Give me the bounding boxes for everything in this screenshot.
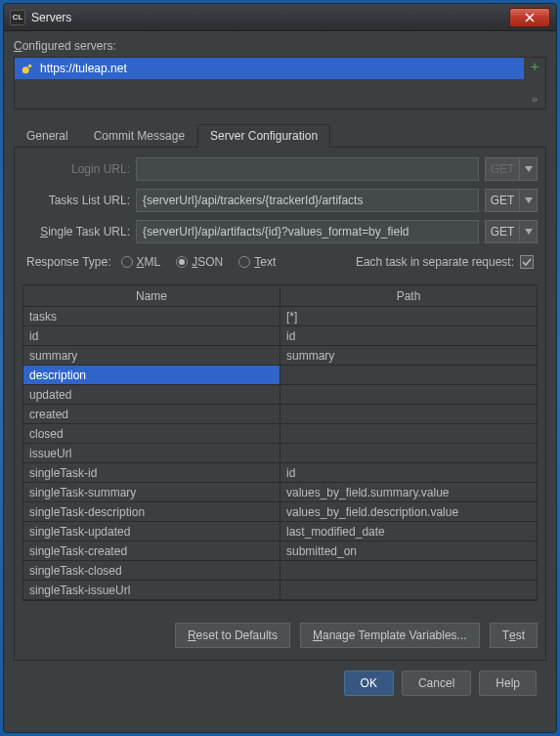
tasks-list-url-row: Tasks List URL: GET — [22, 189, 538, 212]
close-icon — [525, 13, 535, 22]
column-header-path[interactable]: Path — [280, 285, 537, 307]
cell-name: singleTask-closed — [23, 561, 280, 581]
cell-name: updated — [23, 385, 280, 405]
cell-path: submitted_on — [280, 541, 537, 561]
server-url-text: https://tuleap.net — [40, 62, 127, 75]
tab-server-configuration[interactable]: Server Configuration — [197, 124, 330, 148]
cell-path — [280, 424, 537, 444]
tasks-list-method-button[interactable]: GET — [485, 189, 520, 212]
response-type-xml[interactable]: XML — [121, 255, 161, 269]
cell-path: id — [280, 463, 537, 483]
login-url-input[interactable] — [136, 157, 479, 181]
mapping-table: Name Path tasks[*]ididsummarysummarydesc… — [22, 284, 538, 601]
cell-path — [280, 581, 537, 600]
cell-name: singleTask-id — [23, 463, 280, 483]
svg-point-0 — [22, 66, 29, 73]
single-task-method: GET — [485, 220, 538, 243]
login-url-method-dropdown[interactable] — [520, 157, 538, 181]
cell-name: closed — [23, 424, 280, 444]
cancel-button[interactable]: Cancel — [402, 671, 471, 696]
cell-name: singleTask-summary — [23, 483, 280, 502]
table-row[interactable]: singleTask-descriptionvalues_by_field.de… — [23, 502, 537, 522]
test-button[interactable]: Test — [490, 623, 538, 648]
tab-commit-message[interactable]: Commit Message — [81, 124, 197, 148]
more-actions-button[interactable]: » — [532, 93, 538, 105]
table-header: Name Path — [23, 285, 537, 307]
cell-path: values_by_field.description.value — [280, 502, 537, 522]
each-task-label: Each task in separate request: — [356, 255, 514, 269]
single-task-url-row: Single Task URL: GET — [22, 220, 538, 243]
reset-to-defaults-button[interactable]: Reset to Defaults — [175, 623, 290, 648]
tab-general[interactable]: General — [14, 124, 81, 148]
cell-path — [280, 444, 537, 463]
window-frame: CL Servers Configured servers: https://t… — [3, 3, 557, 733]
cell-name: created — [23, 405, 280, 424]
response-type-radio-group: XML JSON Text — [121, 255, 277, 269]
server-configuration-panel: Login URL: GET Tasks List URL: GET Singl… — [14, 148, 546, 661]
cell-path: summary — [280, 346, 537, 366]
single-task-method-button[interactable]: GET — [485, 220, 520, 243]
table-row[interactable]: singleTask-issueUrl — [23, 581, 537, 600]
ok-button[interactable]: OK — [344, 671, 394, 696]
column-header-name[interactable]: Name — [23, 285, 280, 307]
cell-path: values_by_field.summary.value — [280, 483, 537, 502]
cell-name: singleTask-updated — [23, 522, 280, 541]
table-row[interactable]: issueUrl — [23, 444, 537, 463]
server-list-item[interactable]: https://tuleap.net — [15, 58, 524, 79]
table-row[interactable]: tasks[*] — [23, 307, 537, 326]
table-row[interactable]: description — [23, 366, 537, 385]
panel-button-row: Reset to Defaults Manage Template Variab… — [22, 623, 538, 648]
cell-name: summary — [23, 346, 280, 366]
cell-path — [280, 385, 537, 405]
login-url-method-button[interactable]: GET — [485, 157, 520, 181]
response-type-text[interactable]: Text — [238, 255, 276, 269]
single-task-url-label: Single Task URL: — [22, 225, 130, 238]
help-button[interactable]: Help — [479, 671, 537, 696]
each-task-checkbox[interactable] — [520, 255, 534, 269]
tasks-list-method-dropdown[interactable] — [520, 189, 538, 212]
servers-list[interactable]: https://tuleap.net — [15, 58, 524, 108]
table-row[interactable]: created — [23, 405, 537, 424]
cell-path: [*] — [280, 307, 537, 326]
table-body: tasks[*]ididsummarysummarydescriptionupd… — [23, 307, 537, 600]
check-icon — [522, 257, 532, 267]
table-row[interactable]: idid — [23, 326, 537, 346]
cell-name: tasks — [23, 307, 280, 326]
single-task-url-input[interactable] — [136, 220, 479, 243]
response-type-json[interactable]: JSON — [176, 255, 223, 269]
tabs: General Commit Message Server Configurat… — [14, 123, 546, 148]
cell-path — [280, 561, 537, 581]
server-icon — [21, 62, 34, 75]
table-row[interactable]: closed — [23, 424, 537, 444]
cell-name: singleTask-description — [23, 502, 280, 522]
table-row[interactable]: summarysummary — [23, 346, 537, 366]
configured-servers-list: https://tuleap.net + » — [14, 57, 546, 109]
table-row[interactable]: singleTask-idid — [23, 463, 537, 483]
table-row[interactable]: singleTask-summaryvalues_by_field.summar… — [23, 483, 537, 502]
table-row[interactable]: singleTask-closed — [23, 561, 537, 581]
manage-template-variables-button[interactable]: Manage Template Variables... — [300, 623, 480, 648]
dialog-body: Configured servers: https://tuleap.net +… — [4, 31, 556, 732]
close-button[interactable] — [509, 8, 550, 27]
tasks-list-url-label: Tasks List URL: — [22, 194, 130, 207]
table-row[interactable]: singleTask-updatedlast_modified_date — [23, 522, 537, 541]
response-type-row: Response Type: XML JSON Text Each task i… — [22, 255, 538, 269]
login-url-method: GET — [485, 157, 538, 181]
titlebar: CL Servers — [4, 4, 556, 31]
tasks-list-url-input[interactable] — [136, 189, 479, 212]
svg-point-1 — [28, 65, 32, 68]
app-icon: CL — [10, 10, 25, 25]
add-server-button[interactable]: + — [531, 60, 538, 73]
table-row[interactable]: updated — [23, 385, 537, 405]
cell-name: description — [23, 366, 280, 385]
login-url-row: Login URL: GET — [22, 157, 538, 181]
cell-name: singleTask-issueUrl — [23, 581, 280, 600]
window-title: Servers — [31, 11, 509, 24]
single-task-method-dropdown[interactable] — [520, 220, 538, 243]
cell-path — [280, 405, 537, 424]
login-url-label: Login URL: — [22, 162, 130, 176]
cell-path: id — [280, 326, 537, 346]
configured-servers-label: Configured servers: — [14, 39, 546, 53]
cell-path: last_modified_date — [280, 522, 537, 541]
table-row[interactable]: singleTask-createdsubmitted_on — [23, 541, 537, 561]
